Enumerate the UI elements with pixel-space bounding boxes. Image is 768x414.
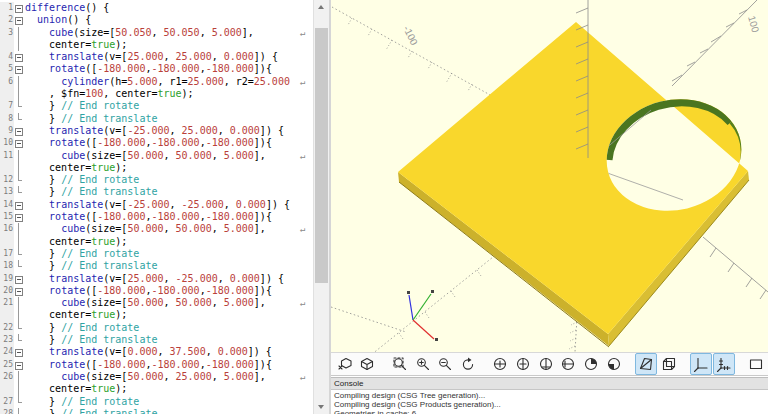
fold-marker-icon[interactable] (15, 128, 23, 136)
code-line[interactable]: 1difference() { (0, 2, 312, 14)
code-line[interactable]: 21 cube(size=[50.000, 50.000, 5.000],↵ (0, 297, 312, 309)
code-area[interactable]: 1difference() {2 union() {3 cube(size=[5… (0, 2, 312, 414)
code-line[interactable]: , $fn=100, center=true); (0, 88, 312, 100)
code-line[interactable]: 4 translate(v=[25.000, 25.000, 0.000]) { (0, 51, 312, 63)
code-line[interactable]: 16 cube(size=[50.000, 50.000, 5.000],↵ (0, 223, 312, 235)
fold-margin[interactable] (14, 51, 23, 63)
view-back-button[interactable] (603, 353, 625, 375)
fold-marker-icon[interactable] (15, 362, 23, 370)
view-right-button[interactable] (490, 353, 512, 375)
gizmo-y-label (431, 290, 434, 293)
view-all-button[interactable] (745, 353, 767, 375)
scroll-down-button[interactable] (314, 400, 329, 414)
code-line[interactable]: 6 cylinder(h=5.000, r1=25.000, r2=25.000… (0, 76, 312, 88)
view-left-button[interactable] (557, 353, 579, 375)
zoom-out-button[interactable] (434, 353, 456, 375)
editor-scrollbar[interactable] (313, 0, 329, 414)
fold-end-icon (18, 266, 22, 267)
line-number: 14 (0, 199, 14, 211)
fold-marker-icon[interactable] (15, 202, 23, 210)
code-line[interactable]: 19 translate(v=[25.000, -25.000, 0.000])… (0, 273, 312, 285)
scroll-up-button[interactable] (314, 0, 329, 14)
fold-margin[interactable] (14, 285, 23, 297)
line-number: 23 (0, 334, 14, 346)
preview-button[interactable] (334, 353, 356, 375)
code-line[interactable]: 17 } // End rotate (0, 248, 312, 260)
code-line[interactable]: 25 rotate([-180.000,-180.000,-180.000]){ (0, 359, 312, 371)
view-bottom-button[interactable] (535, 353, 557, 375)
fold-margin[interactable] (14, 2, 23, 14)
code-text: } // End translate (25, 408, 157, 414)
arrow-up-icon (318, 5, 324, 9)
fold-marker-icon[interactable] (15, 214, 23, 222)
fold-marker-icon[interactable] (15, 5, 23, 13)
code-line[interactable]: 11 cube(size=[50.000, 50.000, 5.000],↵ (0, 150, 312, 162)
fold-margin[interactable] (14, 125, 23, 137)
code-line[interactable]: 22 } // End rotate (0, 322, 312, 334)
show-axes-button[interactable] (690, 353, 712, 375)
code-line[interactable]: center=true); (0, 383, 312, 395)
fold-line (18, 297, 19, 309)
view-front-button[interactable] (580, 353, 602, 375)
code-line[interactable]: 3 cube(size=[50.050, 50.050, 5.000],↵ (0, 27, 312, 39)
code-text: rotate([-180.000,-180.000,-180.000]){ (25, 211, 272, 223)
reset-view-button[interactable] (457, 353, 479, 375)
code-line[interactable]: center=true); (0, 162, 312, 174)
fold-marker-icon[interactable] (15, 349, 23, 357)
code-line[interactable]: 18 } // End translate (0, 260, 312, 272)
code-line[interactable]: 26 cube(size=[50.000, 25.000, 5.000],↵ (0, 371, 312, 383)
code-line[interactable]: 28 } // End translate (0, 408, 312, 414)
code-line[interactable]: center=true); (0, 39, 312, 51)
fold-marker-icon[interactable] (15, 288, 23, 296)
fold-margin[interactable] (14, 199, 23, 211)
zoom-in-button[interactable] (412, 353, 434, 375)
fold-marker-icon[interactable] (15, 66, 23, 74)
perspective-button[interactable] (635, 353, 657, 375)
code-line[interactable]: 13 } // End translate (0, 186, 312, 198)
fold-margin[interactable] (14, 137, 23, 149)
line-number: 16 (0, 223, 14, 235)
fold-margin[interactable] (14, 63, 23, 75)
3d-viewport[interactable]: -100 100 (331, 0, 768, 352)
fold-marker-icon[interactable] (15, 276, 23, 284)
code-text: center=true); (25, 309, 127, 321)
code-line[interactable]: 7 } // End rotate (0, 100, 312, 112)
code-line[interactable]: 20 rotate([-180.000,-180.000,-180.000]){ (0, 285, 312, 297)
code-line[interactable]: 10 rotate([-180.000,-180.000,-180.000]){ (0, 137, 312, 149)
code-line[interactable]: 12 } // End rotate (0, 174, 312, 186)
console-panel[interactable]: Console Compiling design (CSG Tree gener… (331, 377, 768, 414)
code-line[interactable]: 14 translate(v=[-25.000, -25.000, 0.000]… (0, 199, 312, 211)
code-line[interactable]: center=true); (0, 309, 312, 321)
code-line[interactable]: 9 translate(v=[-25.000, 25.000, 0.000]) … (0, 125, 312, 137)
orthogonal-button[interactable] (658, 353, 680, 375)
fold-margin[interactable] (14, 273, 23, 285)
view-all-icon (748, 356, 764, 372)
code-line[interactable]: 2 union() { (0, 14, 312, 26)
fold-marker-icon[interactable] (15, 140, 23, 148)
fold-marker-icon[interactable] (15, 54, 23, 62)
fold-margin[interactable] (14, 211, 23, 223)
fold-marker-icon[interactable] (15, 17, 23, 25)
line-wrap-icon: ↵ (300, 76, 305, 88)
code-line[interactable]: 15 rotate([-180.000,-180.000,-180.000]){ (0, 211, 312, 223)
code-line[interactable]: 23 } // End translate (0, 334, 312, 346)
fold-margin[interactable] (14, 359, 23, 371)
code-line[interactable]: center=true); (0, 236, 312, 248)
fold-margin (14, 309, 23, 321)
code-text: } // End rotate (25, 322, 139, 334)
code-editor[interactable]: 1difference() {2 union() {3 cube(size=[5… (0, 0, 329, 414)
preview-icon (337, 356, 353, 372)
fold-margin[interactable] (14, 346, 23, 358)
scrollbar-thumb[interactable] (315, 28, 328, 283)
fold-margin[interactable] (14, 14, 23, 26)
code-line[interactable]: 27 } // End rotate (0, 396, 312, 408)
code-line[interactable]: 24 translate(v=[0.000, 37.500, 0.000]) { (0, 346, 312, 358)
show-scale-markings-button[interactable] (713, 353, 735, 375)
code-line[interactable]: 8 } // End translate (0, 113, 312, 125)
code-line[interactable]: 5 rotate([-180.000,-180.000,-180.000]){ (0, 63, 312, 75)
view-bottom-icon (538, 356, 554, 372)
code-text: } // End rotate (25, 248, 139, 260)
view-top-button[interactable] (512, 353, 534, 375)
render-button[interactable] (357, 353, 379, 375)
zoom-all-button[interactable] (389, 353, 411, 375)
